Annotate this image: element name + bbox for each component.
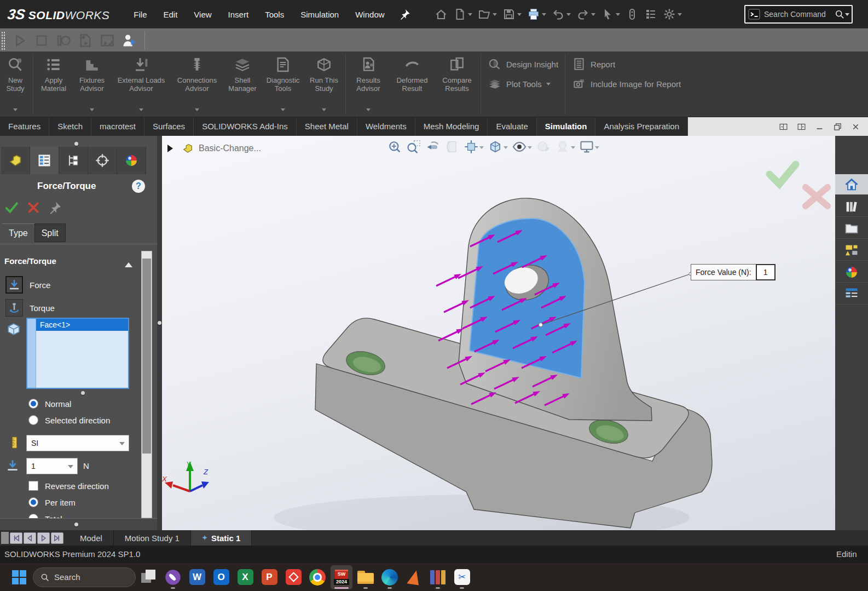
features-tree-icon[interactable]: [8, 153, 23, 168]
tab-macrotest[interactable]: macrotest: [91, 117, 144, 136]
confirm-cancel-icon[interactable]: [806, 187, 828, 206]
taskpane-file-explorer-tp-icon[interactable]: [835, 218, 868, 239]
tab-simulation[interactable]: Simulation: [537, 117, 596, 136]
compare-results-icon[interactable]: [448, 56, 466, 73]
taskpane-view-palette-icon[interactable]: [835, 240, 868, 261]
dropdown-caret-icon[interactable]: [13, 108, 18, 113]
menu-file[interactable]: File: [134, 10, 147, 19]
run-macro-icon[interactable]: [12, 33, 27, 48]
tab-features[interactable]: Features: [0, 117, 49, 136]
dropdown-caret-icon[interactable]: [281, 108, 285, 113]
new-study-icon[interactable]: [7, 56, 24, 73]
tab-mesh-modeling[interactable]: Mesh Modeling: [415, 117, 488, 136]
reverse-direction-checkbox[interactable]: [28, 481, 38, 491]
dropdown-caret-icon[interactable]: [542, 13, 546, 18]
appearances-scenes-icon[interactable]: [844, 265, 859, 280]
headsup-section-view-icon[interactable]: [443, 139, 461, 154]
search-commands-box[interactable]: Search Command: [744, 5, 853, 24]
winrar-icon[interactable]: [427, 565, 449, 589]
hide-show-icon[interactable]: [512, 139, 527, 154]
force-button[interactable]: [5, 276, 23, 294]
run-study-icon[interactable]: [315, 56, 333, 73]
dropdown-caret-icon[interactable]: [322, 108, 326, 113]
dropdown-caret-icon[interactable]: [366, 108, 371, 113]
dropdown-caret-icon[interactable]: [195, 108, 199, 113]
ribbon-shell-manager-button[interactable]: Shell Manager: [224, 51, 261, 117]
radio-normal[interactable]: [28, 399, 38, 409]
taskpane-custom-properties-icon[interactable]: [835, 284, 868, 305]
external-loads-icon[interactable]: [132, 56, 150, 73]
tab-weldments[interactable]: Weldments: [357, 117, 415, 136]
task-view-icon[interactable]: [138, 565, 160, 589]
dropdown-caret-icon[interactable]: [517, 13, 522, 18]
ribbon-new-study-button[interactable]: New Study: [0, 51, 31, 117]
ribbon-report-button[interactable]: Report: [572, 57, 681, 71]
configurations-icon[interactable]: [66, 153, 81, 168]
selection-listbox[interactable]: Face<1>: [26, 318, 129, 389]
confirm-ok-icon[interactable]: [769, 164, 796, 184]
graphics-viewport[interactable]: XYZ Basic-Change... Force Value (N): 1: [162, 136, 835, 530]
selected-face-item[interactable]: Face<1>: [36, 319, 128, 331]
headsup-view-settings-icon[interactable]: [578, 139, 600, 154]
radio-per-item[interactable]: [28, 497, 38, 507]
deformed-result-icon[interactable]: [403, 56, 421, 73]
connections-advisor-icon[interactable]: [188, 56, 206, 73]
red-diamond-app-icon[interactable]: [282, 565, 304, 589]
quick-redo-icon[interactable]: [575, 8, 597, 21]
panel-drag-handle[interactable]: [74, 523, 78, 526]
panel-scrollbar-thumb[interactable]: [142, 259, 151, 454]
edit-appearance-icon[interactable]: [536, 139, 551, 154]
dropdown-caret-icon[interactable]: [678, 13, 682, 18]
settings-gear-icon[interactable]: [663, 8, 676, 21]
quick-options-list-icon[interactable]: [643, 8, 659, 21]
apply-scene-icon[interactable]: [555, 139, 570, 154]
collapse-chevron-icon[interactable]: [125, 259, 132, 267]
last-tab-icon[interactable]: [51, 532, 63, 544]
pin-menu-icon[interactable]: [399, 8, 411, 20]
quick-settings-gear-icon[interactable]: [661, 8, 684, 21]
menu-window[interactable]: Window: [355, 10, 384, 19]
ribbon-plot-tools-button[interactable]: Plot Tools: [488, 77, 558, 91]
tab-solidworks-add-ins[interactable]: SOLIDWORKS Add-Ins: [194, 117, 297, 136]
matlab-icon[interactable]: [403, 565, 425, 589]
flyout-tree-arrow-icon[interactable]: [167, 145, 177, 152]
quick-open-icon[interactable]: [476, 8, 499, 21]
edit-macro-icon[interactable]: [100, 33, 115, 48]
panel-drag-handle[interactable]: [74, 142, 78, 146]
report-icon[interactable]: [572, 57, 586, 71]
ribbon-deformed-result-button[interactable]: Deformed Result: [389, 51, 436, 117]
section-view-icon[interactable]: [444, 139, 460, 154]
manager-tab-appearances-icon[interactable]: [117, 147, 146, 174]
torque-button[interactable]: [5, 299, 23, 317]
headsup-display-style-icon[interactable]: [487, 139, 509, 154]
ribbon-diagnostic-tools-button[interactable]: Diagnostic Tools: [261, 51, 305, 117]
undo-icon[interactable]: [552, 8, 565, 21]
plot-tools-icon[interactable]: [488, 77, 502, 91]
word-icon[interactable]: W: [186, 565, 208, 589]
dropdown-caret-icon[interactable]: [479, 146, 484, 151]
dropdown-caret-icon[interactable]: [571, 146, 575, 151]
dropdown-caret-icon[interactable]: [504, 146, 508, 151]
unit-system-select[interactable]: SI: [26, 435, 129, 451]
dimxpert-icon[interactable]: [95, 153, 110, 168]
edge-icon[interactable]: [379, 565, 401, 589]
tab-sheet-metal[interactable]: Sheet Metal: [297, 117, 357, 136]
splitter-handle[interactable]: [158, 321, 161, 325]
ribbon-design-insight-button[interactable]: Design Insight: [488, 57, 558, 71]
pin-icon[interactable]: [399, 8, 411, 20]
menu-simulation[interactable]: Simulation: [300, 10, 339, 19]
view-orientation-icon[interactable]: [464, 139, 479, 154]
select-icon[interactable]: [601, 8, 614, 21]
include-image-icon[interactable]: [572, 77, 586, 91]
stop-macro-icon[interactable]: [34, 33, 49, 48]
pane-right-icon[interactable]: [797, 122, 806, 131]
property-manager-icon[interactable]: [37, 153, 52, 168]
powerpoint-icon[interactable]: P: [258, 565, 280, 589]
dropdown-caret-icon[interactable]: [595, 146, 599, 151]
user-play-icon[interactable]: [121, 33, 137, 48]
tab-evaluate[interactable]: Evaluate: [488, 117, 536, 136]
design-insight-icon[interactable]: [488, 57, 502, 71]
menu-edit[interactable]: Edit: [164, 10, 178, 19]
force-value-select[interactable]: 1: [26, 458, 78, 474]
taskpane-home-tp-icon[interactable]: [835, 174, 868, 195]
